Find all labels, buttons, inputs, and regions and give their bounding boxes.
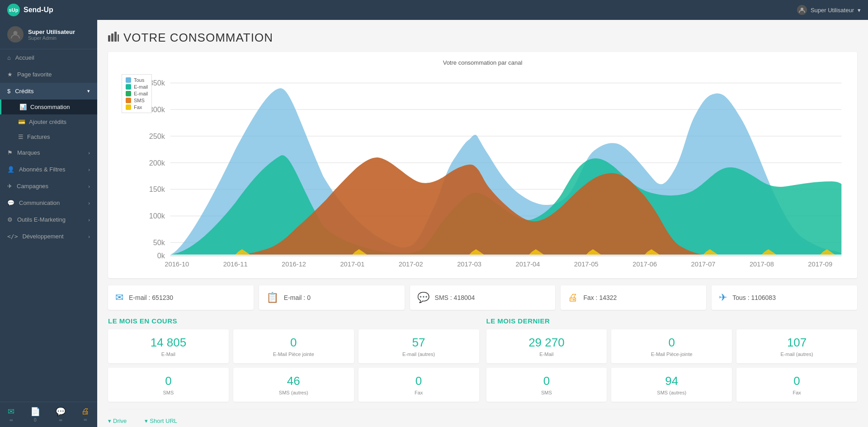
current-month-block: LE MOIS EN COURS 14 805 E-Mail 0 E-Mail …: [108, 317, 479, 402]
cm-email-pj-value: 0: [290, 336, 297, 350]
dev-icon: </>: [7, 233, 18, 240]
app-logo: sUp Send-Up: [7, 4, 53, 16]
svg-text:100k: 100k: [149, 212, 165, 220]
sidebar-item-marques[interactable]: ⚑ Marques ›: [0, 144, 97, 161]
sidebar-item-accueil[interactable]: ⌂ Accueil: [0, 49, 97, 66]
shorturl-link[interactable]: ▾ Short URL: [145, 418, 177, 424]
sidebar-subitem-factures[interactable]: ☰ Factures: [0, 129, 97, 144]
svg-text:2017-07: 2017-07: [691, 261, 716, 268]
bottom-chat-wrap[interactable]: 💬 ∞: [56, 407, 66, 422]
topbar-chevron: ▾: [858, 7, 861, 14]
lm-email-pj-label: E-Mail Pièce-jointe: [651, 351, 693, 357]
sidebar-nav: ⌂ Accueil ★ Page favorite $ Crédits ▾ 📊: [0, 49, 97, 402]
bar-chart-icon: [108, 32, 119, 44]
stat-email-label: E-mail : 651230: [129, 294, 173, 301]
sidebar-label-consommation: Consommation: [30, 104, 70, 110]
svg-text:2016-12: 2016-12: [282, 261, 306, 268]
svg-point-0: [801, 8, 803, 10]
chevron-right-icon4: ›: [88, 200, 90, 206]
chart-card: Votre consommation par canal 350k 300k 2…: [108, 52, 857, 278]
sidebar-item-abonnes[interactable]: 👤 Abonnés & Filtres ›: [0, 161, 97, 178]
chevron-right-icon: ›: [88, 150, 90, 156]
bottom-email-wrap[interactable]: ✉ ∞: [8, 407, 14, 422]
sidebar-item-communication[interactable]: 💬 Communication ›: [0, 195, 97, 211]
stats-row: ✉ E-mail : 651230 📋 E-mail : 0 💬 SMS : 4…: [108, 285, 857, 310]
profile-info: Super Utilisateur Super Admin: [28, 28, 75, 41]
chevron-right-icon3: ›: [88, 184, 90, 189]
chevron-down-icon: ▾: [87, 88, 90, 94]
svg-text:2017-01: 2017-01: [340, 261, 364, 268]
sidebar-item-developpement[interactable]: </> Développement ›: [0, 228, 97, 245]
flag-icon: ⚑: [7, 149, 13, 156]
chevron-right-icon6: ›: [88, 234, 90, 239]
page-title: VOTRE CONSOMMATION: [123, 31, 273, 45]
svg-text:200k: 200k: [149, 159, 165, 167]
lm-email-autres-label: E-mail (autres): [781, 351, 813, 357]
stat-email: ✉ E-mail : 651230: [108, 285, 254, 310]
sidebar-label-accueil: Accueil: [15, 54, 34, 61]
bottom-doc-count: 0: [34, 418, 37, 422]
user-icon: [797, 5, 807, 15]
svg-text:250k: 250k: [149, 132, 165, 140]
sidebar-item-outils[interactable]: ⚙ Outils E-Marketing ›: [0, 211, 97, 228]
sidebar-subitem-consommation[interactable]: 📊 Consommation: [0, 100, 97, 114]
topbar: sUp Send-Up Super Utilisateur ▾: [0, 0, 868, 20]
page-title-row: VOTRE CONSOMMATION: [108, 31, 857, 45]
footer-row: ▾ Drive ▾ Short URL: [108, 416, 857, 424]
stat-fax-label: Fax : 14322: [583, 294, 617, 301]
lm-fax-label: Fax: [793, 390, 801, 395]
drive-label: Drive: [113, 418, 127, 424]
stat-email2-label: E-mail : 0: [284, 294, 311, 301]
sidebar-profile: Super Utilisateur Super Admin: [0, 20, 97, 49]
current-month-grid: 14 805 E-Mail 0 E-Mail Pièce jointe 57 E…: [108, 329, 479, 402]
bottom-fax-wrap[interactable]: 🖨 ∞: [81, 407, 90, 422]
svg-text:2017-02: 2017-02: [399, 261, 423, 268]
avatar: [7, 26, 24, 43]
cm-sms-card: 0 SMS: [108, 368, 229, 402]
sidebar-item-campagnes[interactable]: ✈ Campagnes ›: [0, 178, 97, 195]
lm-email-value: 29 270: [528, 336, 565, 350]
stat-sms-label: SMS : 418004: [435, 294, 475, 301]
sms-icon: 💬: [417, 292, 429, 304]
legend-email1-label: E-mail: [134, 84, 148, 90]
stat-fax: 🖨 Fax : 14322: [561, 285, 706, 310]
sidebar-item-credits[interactable]: $ Crédits ▾: [0, 83, 97, 100]
svg-text:2017-04: 2017-04: [516, 261, 540, 268]
lm-email-autres-card: 107 E-mail (autres): [736, 329, 857, 363]
sidebar: Super Utilisateur Super Admin ⌂ Accueil …: [0, 20, 97, 427]
legend-email2: E-mail: [126, 91, 148, 96]
cm-sms-value: 0: [165, 374, 171, 388]
sidebar-subitem-ajouter-credits[interactable]: 💳 Ajouter crédits: [0, 114, 97, 129]
lm-email-card: 29 270 E-Mail: [486, 329, 607, 363]
chart-wrap: 350k 300k 250k 200k 150k 100k 50k 0k 201…: [117, 70, 848, 271]
cm-sms-autres-card: 46 SMS (autres): [233, 368, 354, 402]
lm-email-label: E-Mail: [539, 351, 553, 357]
stat-tous: ✈ Tous : 1106083: [712, 285, 857, 310]
star-icon: ★: [7, 71, 13, 78]
sidebar-label-credits: Crédits: [15, 88, 33, 95]
sidebar-label-marques: Marques: [17, 149, 40, 156]
drive-link[interactable]: ▾ Drive: [108, 418, 127, 424]
sidebar-label-factures: Factures: [27, 133, 50, 140]
sidebar-item-page-favorite[interactable]: ★ Page favorite: [0, 66, 97, 83]
cm-fax-value: 0: [415, 374, 422, 388]
sidebar-label-abonnes: Abonnés & Filtres: [19, 166, 66, 173]
email-icon: ✉: [115, 292, 123, 304]
chevron-right-icon5: ›: [88, 217, 90, 223]
legend-email1: E-mail: [126, 84, 148, 90]
topbar-user[interactable]: Super Utilisateur ▾: [797, 5, 861, 15]
home-icon: ⌂: [7, 54, 11, 61]
sidebar-label-pagefav: Page favorite: [17, 71, 52, 78]
bottom-doc-wrap[interactable]: 📄 0: [30, 407, 40, 422]
comm-icon: 💬: [7, 199, 14, 206]
sidebar-label-outils: Outils E-Marketing: [17, 216, 66, 223]
cm-email-card: 14 805 E-Mail: [108, 329, 229, 363]
invoice-icon: ☰: [18, 133, 24, 140]
svg-rect-3: [111, 33, 113, 42]
lm-sms-label: SMS: [541, 390, 552, 395]
legend-email2-label: E-mail: [134, 91, 148, 96]
send-icon: ✈: [7, 183, 12, 190]
chevron-down-shorturl: ▾: [145, 418, 148, 424]
cm-email-autres-card: 57 E-mail (autres): [359, 329, 479, 363]
lm-fax-value: 0: [793, 374, 800, 388]
